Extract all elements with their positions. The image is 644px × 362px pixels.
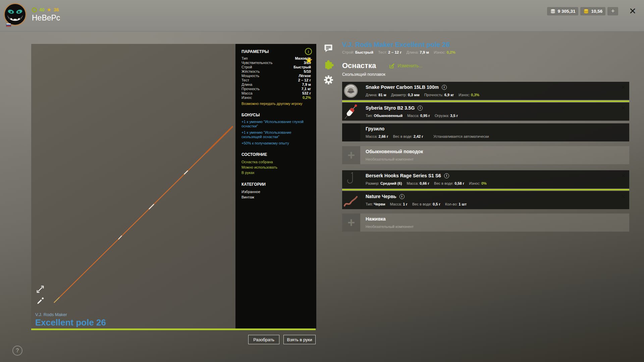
rig-panel-stats: Строй:Быстрый Тест:2 – 12 г Длина:7,9 м … <box>342 50 459 54</box>
rig-panel-title: V.J. Rods Maker Excellent pole 26 <box>342 41 450 49</box>
remove-component-button[interactable]: ✕ <box>621 106 626 111</box>
float-icon <box>342 103 360 121</box>
component-stats: Масса:2,66 г Вес в воде:2,42 г Устанавли… <box>366 134 625 138</box>
parameters-title: ПАРАМЕТРЫ <box>241 49 311 54</box>
top-bar: 40 ★ 36 НеВеРс 9 305,31 <box>0 0 644 32</box>
bonus-item: +50% к получаемому опыту <box>241 141 311 145</box>
component-row-leader[interactable]: + Обыкновенный поводок Необязательный ко… <box>342 146 629 164</box>
component-stats: Длина:81 м Диаметр:0,3 мм Прочность:6,9 … <box>366 93 625 97</box>
pencil-icon <box>36 296 45 305</box>
disassemble-button[interactable]: Разобрать <box>248 335 279 344</box>
settings-tab-button[interactable] <box>324 75 335 86</box>
rig-type-label: Скользящий поплавок <box>342 72 385 77</box>
edit-square-icon <box>389 63 395 69</box>
info-icon[interactable]: i <box>418 106 423 111</box>
player-level-row: 40 ★ 36 <box>32 7 59 13</box>
component-note: Необязательный компонент <box>366 157 625 161</box>
component-stats: Тип:Обыкновенный Масса:0,95 г Огрузка:3,… <box>366 114 625 118</box>
gold-coins-icon <box>583 9 589 14</box>
component-name: Syberia Styro B2 3.5G <box>366 105 415 111</box>
gold-balance-chip[interactable]: 10,56 <box>580 7 605 15</box>
favorite-star-icon[interactable]: ★ <box>305 56 313 65</box>
rod-preview-image <box>31 44 235 328</box>
rig-section-title: Оснастка <box>342 61 376 70</box>
rod-name: Excellent pole 26 <box>35 317 106 328</box>
component-accent-underline <box>342 189 629 190</box>
inventory-screen: 40 ★ 36 НеВеРс 9 305,31 <box>0 0 644 362</box>
component-row-hook[interactable]: Berserk Hooks Rage Series S1 S6 i Размер… <box>342 170 629 188</box>
player-level: 40 <box>39 7 45 12</box>
info-icon[interactable]: i <box>399 194 405 199</box>
component-row-sinker[interactable]: Грузило Масса:2,66 г Вес в воде:2,42 г У… <box>342 123 629 141</box>
component-row-bait-worm[interactable]: Nature Червь i Тип:Черви Масса:1 г Вес в… <box>342 191 629 209</box>
transfer-note: Возможно передать другому игроку <box>241 102 311 106</box>
component-name: Nature Червь <box>366 194 396 199</box>
line-spool-icon: SNAKE <box>342 82 360 100</box>
edit-appearance-button[interactable] <box>36 296 45 305</box>
sinker-icon <box>342 123 360 141</box>
gear-icon <box>324 75 333 85</box>
component-row-bait-slot[interactable]: + Наживка Необязательный компонент <box>342 214 629 232</box>
component-row-float[interactable]: Syberia Styro B2 3.5G i Тип:Обыкновенный… <box>342 103 629 121</box>
param-row: Жёсткость5/10 <box>241 69 311 74</box>
gold-balance: 10,56 <box>591 9 602 14</box>
category-item: Винтаж <box>241 194 311 200</box>
item-info-icon[interactable]: i <box>305 48 312 55</box>
categories-title: КАТЕГОРИИ <box>241 182 311 187</box>
panel-accent-underline <box>31 328 316 330</box>
bonus-item: +1 к умению "Использование глухой оснаст… <box>241 120 311 128</box>
add-component-icon: + <box>342 214 360 232</box>
component-note: Необязательный компонент <box>366 225 625 229</box>
info-icon[interactable]: i <box>442 85 447 90</box>
edit-rig-button[interactable]: Изменить... <box>389 63 423 69</box>
player-name: НеВеРс <box>32 13 60 22</box>
rig-tab-button[interactable] <box>324 59 335 71</box>
rank-star-icon: ★ <box>47 7 51 13</box>
param-row: Масса532 г <box>241 91 311 96</box>
remove-component-button[interactable]: ✕ <box>621 85 626 90</box>
component-name: Berserk Hooks Rage Series S1 S6 <box>366 173 441 178</box>
add-funds-button[interactable]: + <box>607 7 618 15</box>
bonuses-title: БОНУСЫ <box>241 113 311 117</box>
component-stats: Тип:Черви Масса:1 г Вес в воде:0,5 г Кол… <box>366 202 625 206</box>
silver-coins-icon <box>550 9 556 14</box>
category-item: Избранное <box>241 189 311 194</box>
param-row: Чувствительность3/10 <box>241 61 311 65</box>
component-list: SNAKE Snake Power Carbon 15LB 100m i Дли… <box>342 82 629 232</box>
state-item: В руках <box>241 170 311 175</box>
param-row: Прочность7,1 кг <box>241 87 311 91</box>
rig-side-toolbar <box>324 44 335 90</box>
player-avatar[interactable] <box>3 3 27 26</box>
expand-icon <box>36 285 45 294</box>
close-button[interactable]: ✕ <box>629 7 636 15</box>
param-row: Износ0,2% <box>241 96 311 100</box>
info-icon[interactable]: i <box>444 173 449 178</box>
document-icon <box>324 44 333 53</box>
param-row: СтройБыстрый <box>241 65 311 69</box>
state-item: Можно использовать <box>241 165 311 170</box>
add-component-icon: + <box>342 146 360 164</box>
component-name: Snake Power Carbon 15LB 100m <box>366 84 439 90</box>
item-preview-panel[interactable]: V.J. Rods Maker Excellent pole 26 <box>31 44 235 328</box>
component-name: Грузило <box>366 126 384 131</box>
description-tab-button[interactable] <box>324 44 335 54</box>
russia-flag-icon <box>6 23 11 27</box>
avatar-skull-icon <box>3 3 27 26</box>
silver-balance-chip[interactable]: 9 305,31 <box>547 7 579 15</box>
component-note: Устанавливается автоматически <box>433 134 489 138</box>
component-name: Обыкновенный поводок <box>366 149 423 154</box>
remove-component-button[interactable]: ✕ <box>621 194 626 199</box>
worm-icon <box>342 191 360 209</box>
param-row: Тест2 – 12 г <box>241 78 311 82</box>
take-in-hands-button[interactable]: Взять в руки <box>283 335 316 344</box>
component-row-line[interactable]: SNAKE Snake Power Carbon 15LB 100m i Дли… <box>342 82 629 100</box>
expand-preview-button[interactable] <box>36 285 45 294</box>
help-button[interactable]: ? <box>12 346 22 356</box>
svg-text:SNAKE: SNAKE <box>347 91 354 93</box>
param-row: МощностьЛёгкое <box>241 74 311 78</box>
component-accent-underline <box>342 101 629 102</box>
remove-component-button[interactable]: ✕ <box>621 173 626 179</box>
state-item: Оснастка собрана <box>241 159 311 165</box>
state-title: СОСТОЯНИЕ <box>241 152 311 157</box>
parameters-panel: i ★ ПАРАМЕТРЫ ТипМаховое Чувствительност… <box>235 44 316 328</box>
